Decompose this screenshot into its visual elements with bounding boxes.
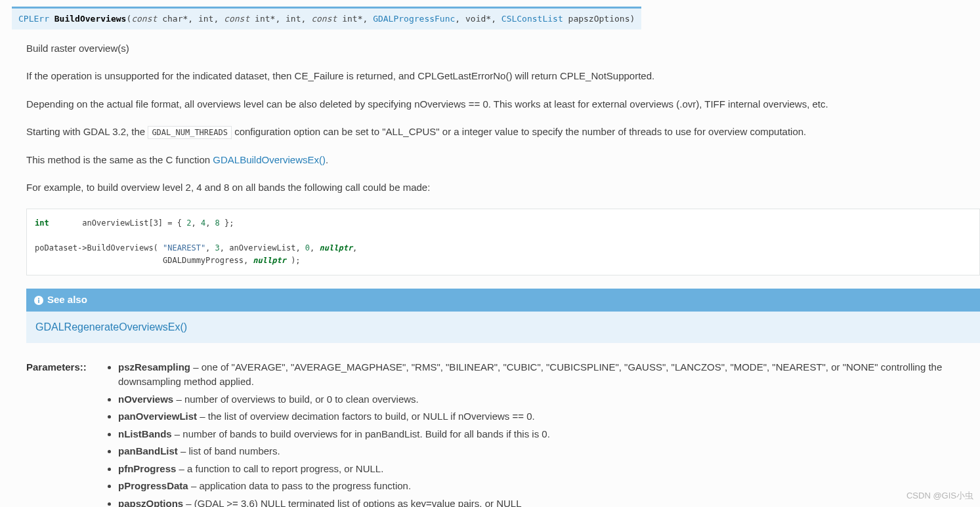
desc-p1: Build raster overview(s) (26, 41, 980, 56)
function-name: BuildOverviews (54, 14, 127, 24)
list-item: nListBands – number of bands to build ov… (118, 427, 975, 442)
svg-rect-1 (38, 299, 39, 302)
svg-rect-2 (38, 298, 39, 299)
desc-p4: Starting with GDAL 3.2, the GDAL_NUM_THR… (26, 125, 980, 140)
link-gdalbuildoverviewsex[interactable]: GDALBuildOverviewsEx() (213, 154, 326, 165)
list-item: panBandList – list of band numbers. (118, 444, 975, 459)
see-also-title: See also (26, 289, 980, 312)
parameters-list: pszResampling – one of "AVERAGE", "AVERA… (105, 360, 975, 507)
type-link-cslconstlist[interactable]: CSLConstList (501, 14, 563, 24)
see-also-box: See also GDALRegenerateOverviewsEx() (26, 289, 980, 343)
list-item: pfnProgress – a function to call to repo… (118, 462, 975, 477)
list-item: papszOptions – (GDAL >= 3.6) NULL termin… (118, 497, 975, 507)
description-block: Build raster overview(s) If the operatio… (12, 41, 980, 508)
return-type-link[interactable]: CPLErr (18, 14, 49, 24)
info-icon (34, 296, 43, 305)
desc-p2: If the operation is unsupported for the … (26, 69, 980, 84)
inline-code-threads: GDAL_NUM_THREADS (148, 126, 232, 139)
parameters-label: Parameters:: (26, 359, 105, 507)
type-link-progressfunc[interactable]: GDALProgressFunc (373, 14, 455, 24)
list-item: pProgressData – application data to pass… (118, 479, 975, 494)
link-regenerateoverviews[interactable]: GDALRegenerateOverviewsEx() (35, 321, 187, 333)
code-example: int anOverviewList[3] = { 2, 4, 8 }; poD… (26, 209, 980, 276)
function-signature-buildoverviews: CPLErr BuildOverviews(const char*, int, … (12, 7, 641, 30)
desc-p3: Depending on the actual file format, all… (26, 97, 980, 112)
list-item: panOverviewList – the list of overview d… (118, 409, 975, 424)
list-item: nOverviews – number of overviews to buil… (118, 392, 975, 407)
desc-p6: For example, to build overview level 2, … (26, 180, 980, 195)
list-item: pszResampling – one of "AVERAGE", "AVERA… (118, 360, 975, 390)
desc-p5: This method is the same as the C functio… (26, 153, 980, 168)
field-list: Parameters:: pszResampling – one of "AVE… (26, 359, 980, 507)
